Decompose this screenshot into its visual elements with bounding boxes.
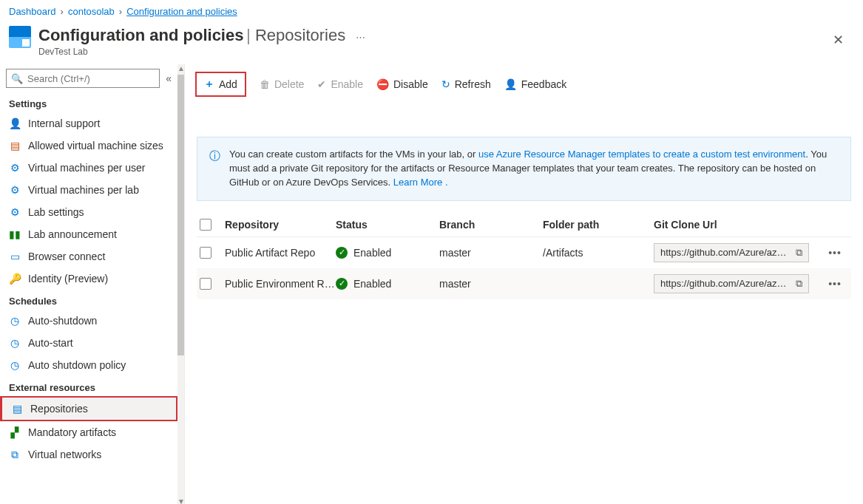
toolbar: ＋Add 🗑Delete ✔Enable ⛔Disable ↻Refresh 👤… xyxy=(185,64,863,107)
sidebar-scrollbar[interactable]: ▲ ▼ xyxy=(177,64,184,504)
breadcrumb-link-lab[interactable]: contosolab xyxy=(68,6,115,17)
refresh-button[interactable]: ↻Refresh xyxy=(441,78,491,90)
plus-icon: ＋ xyxy=(204,78,214,91)
sidebar-item-vm-per-lab[interactable]: ⚙Virtual machines per lab xyxy=(0,179,177,201)
sidebar-search[interactable]: 🔍 xyxy=(6,69,160,88)
col-repository[interactable]: Repository xyxy=(225,219,336,231)
enable-button: ✔Enable xyxy=(317,78,363,90)
section-settings: Settings xyxy=(0,92,177,112)
scroll-down-icon[interactable]: ▼ xyxy=(177,497,184,504)
row-more-icon[interactable]: ••• xyxy=(822,278,848,290)
row-checkbox[interactable] xyxy=(200,278,211,290)
disable-icon: ⛔ xyxy=(376,78,389,90)
scroll-up-icon[interactable]: ▲ xyxy=(177,64,184,75)
sidebar-item-lab-announcement[interactable]: ▮▮Lab announcement xyxy=(0,223,177,245)
col-folder[interactable]: Folder path xyxy=(543,219,654,231)
cell-folder: /Artifacts xyxy=(543,247,654,259)
collapse-sidebar-icon[interactable]: « xyxy=(166,72,172,84)
gear-icon: ⚙ xyxy=(9,184,21,196)
git-url-box[interactable]: https://github.com/Azure/azure...⧉ xyxy=(654,274,809,293)
gear-icon: ⚙ xyxy=(9,206,21,218)
info-text: You can create custom artifacts for the … xyxy=(229,149,478,160)
refresh-icon: ↻ xyxy=(441,78,450,90)
sidebar-item-label: Browser connect xyxy=(28,251,105,262)
table-header: Repository Status Branch Folder path Git… xyxy=(197,213,851,237)
person-icon: 👤 xyxy=(9,118,21,129)
copy-icon[interactable]: ⧉ xyxy=(796,278,802,290)
search-icon: 🔍 xyxy=(11,73,23,84)
cell-status: Enabled xyxy=(353,247,391,259)
row-checkbox[interactable] xyxy=(200,247,211,259)
sidebar-item-virtual-networks[interactable]: ⧉Virtual networks xyxy=(0,443,177,466)
chevron-right-icon: › xyxy=(61,6,64,17)
select-all-checkbox[interactable] xyxy=(200,219,211,231)
sidebar-item-auto-start[interactable]: ◷Auto-start xyxy=(0,332,177,354)
search-input[interactable] xyxy=(27,73,155,84)
col-url[interactable]: Git Clone Url xyxy=(654,219,822,231)
more-actions-icon[interactable]: ⋯ xyxy=(356,32,365,43)
cell-name: Public Environment Re... xyxy=(225,278,336,290)
copy-icon[interactable]: ⧉ xyxy=(796,247,802,259)
info-link-learn-more[interactable]: Learn More . xyxy=(393,177,448,188)
add-button[interactable]: ＋Add xyxy=(195,72,246,97)
toolbar-label: Refresh xyxy=(455,78,491,90)
clock-icon: ◷ xyxy=(9,359,21,371)
check-icon: ✓ xyxy=(336,247,348,259)
section-schedules: Schedules xyxy=(0,290,177,310)
sidebar-item-label: Internal support xyxy=(28,118,100,129)
sidebar-item-label: Repositories xyxy=(30,403,88,415)
disable-button[interactable]: ⛔Disable xyxy=(376,78,428,90)
breadcrumb: Dashboard › contosolab › Configuration a… xyxy=(0,0,863,23)
breadcrumb-link-current[interactable]: Configuration and policies xyxy=(126,6,237,17)
info-link-arm[interactable]: use Azure Resource Manager templates to … xyxy=(478,149,805,160)
section-external-resources: External resources xyxy=(0,376,177,396)
sidebar-item-internal-support[interactable]: 👤Internal support xyxy=(0,112,177,134)
devtestlab-icon xyxy=(9,26,31,48)
git-url-box[interactable]: https://github.com/Azure/azure...⧉ xyxy=(654,243,809,262)
sidebar-item-auto-shutdown-policy[interactable]: ◷Auto shutdown policy xyxy=(0,354,177,376)
delete-button: 🗑Delete xyxy=(260,78,304,90)
artifacts-icon: ▗▘ xyxy=(9,426,21,438)
table-row[interactable]: Public Environment Re... ✓Enabled master… xyxy=(197,268,851,299)
sidebar-item-label: Virtual machines per lab xyxy=(28,184,139,196)
sidebar-item-mandatory-artifacts[interactable]: ▗▘Mandatory artifacts xyxy=(0,421,177,443)
row-more-icon[interactable]: ••• xyxy=(822,247,848,259)
page-header: Configuration and policies | Repositorie… xyxy=(0,23,863,64)
scroll-thumb[interactable] xyxy=(177,75,184,355)
check-icon: ✓ xyxy=(336,278,348,290)
sidebar-item-label: Identity (Preview) xyxy=(28,273,108,285)
sidebar-item-label: Auto-start xyxy=(28,337,73,349)
main-content: ＋Add 🗑Delete ✔Enable ⛔Disable ↻Refresh 👤… xyxy=(185,64,863,504)
toolbar-label: Disable xyxy=(393,78,428,90)
sidebar-item-browser-connect[interactable]: ▭Browser connect xyxy=(0,245,177,268)
toolbar-label: Add xyxy=(219,78,237,90)
breadcrumb-link-dashboard[interactable]: Dashboard xyxy=(9,6,56,17)
sidebar-item-label: Lab announcement xyxy=(28,228,117,240)
sidebar-item-vm-per-user[interactable]: ⚙Virtual machines per user xyxy=(0,157,177,179)
feedback-button[interactable]: 👤Feedback xyxy=(504,78,566,90)
col-branch[interactable]: Branch xyxy=(439,219,543,231)
toolbar-label: Enable xyxy=(331,78,363,90)
sidebar-item-label: Lab settings xyxy=(28,206,84,218)
cell-status: Enabled xyxy=(353,278,391,290)
sizes-icon: ▤ xyxy=(9,140,21,151)
sidebar-item-lab-settings[interactable]: ⚙Lab settings xyxy=(0,201,177,223)
toolbar-label: Delete xyxy=(274,78,304,90)
sidebar-item-label: Virtual networks xyxy=(28,449,101,460)
sidebar-item-auto-shutdown[interactable]: ◷Auto-shutdown xyxy=(0,310,177,332)
close-icon[interactable]: ✕ xyxy=(822,26,854,54)
clock-icon: ◷ xyxy=(9,315,21,327)
cell-branch: master xyxy=(439,247,543,259)
cell-branch: master xyxy=(439,278,543,290)
sidebar-item-repositories[interactable]: ▤Repositories xyxy=(0,396,177,421)
sidebar-item-label: Mandatory artifacts xyxy=(28,426,116,438)
sidebar: 🔍 « Settings 👤Internal support ▤Allowed … xyxy=(0,64,185,504)
trash-icon: 🗑 xyxy=(260,78,270,90)
sidebar-item-allowed-sizes[interactable]: ▤Allowed virtual machine sizes xyxy=(0,134,177,157)
sidebar-item-identity[interactable]: 🔑Identity (Preview) xyxy=(0,268,177,290)
toolbar-label: Feedback xyxy=(521,78,566,90)
title-separator: | xyxy=(246,26,255,44)
col-status[interactable]: Status xyxy=(336,219,439,231)
info-icon: ⓘ xyxy=(209,148,220,190)
table-row[interactable]: Public Artifact Repo ✓Enabled master /Ar… xyxy=(197,237,851,268)
